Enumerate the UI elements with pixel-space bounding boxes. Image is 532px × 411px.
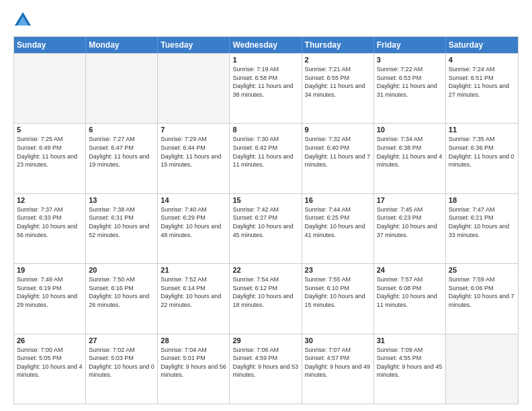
calendar-row-1: 5Sunrise: 7:25 AM Sunset: 6:49 PM Daylig… <box>14 123 518 193</box>
day-info: Sunrise: 7:50 AM Sunset: 6:16 PM Dayligh… <box>89 275 154 309</box>
calendar-cell: 19Sunrise: 7:49 AM Sunset: 6:19 PM Dayli… <box>14 264 86 333</box>
calendar-cell: 5Sunrise: 7:25 AM Sunset: 6:49 PM Daylig… <box>14 124 86 193</box>
day-info: Sunrise: 7:55 AM Sunset: 6:10 PM Dayligh… <box>305 275 371 309</box>
header-cell-tuesday: Tuesday <box>158 37 230 53</box>
calendar-cell: 20Sunrise: 7:50 AM Sunset: 6:16 PM Dayli… <box>86 264 158 333</box>
calendar-cell: 3Sunrise: 7:22 AM Sunset: 6:53 PM Daylig… <box>374 54 446 123</box>
day-number: 12 <box>17 196 83 204</box>
calendar-cell: 26Sunrise: 7:00 AM Sunset: 5:05 PM Dayli… <box>14 334 86 404</box>
day-number: 31 <box>377 336 443 345</box>
day-info: Sunrise: 7:54 AM Sunset: 6:12 PM Dayligh… <box>232 275 298 309</box>
day-number: 16 <box>305 196 371 204</box>
calendar-cell <box>158 54 230 123</box>
header-cell-friday: Friday <box>374 37 446 53</box>
day-info: Sunrise: 7:02 AM Sunset: 5:03 PM Dayligh… <box>89 346 154 379</box>
page-header <box>13 11 519 30</box>
calendar-cell: 7Sunrise: 7:29 AM Sunset: 6:44 PM Daylig… <box>158 124 230 193</box>
calendar-cell: 16Sunrise: 7:44 AM Sunset: 6:25 PM Dayli… <box>302 194 374 263</box>
calendar-cell <box>446 334 518 404</box>
day-info: Sunrise: 7:21 AM Sunset: 6:55 PM Dayligh… <box>305 65 371 99</box>
day-info: Sunrise: 7:44 AM Sunset: 6:25 PM Dayligh… <box>305 205 371 239</box>
day-number: 3 <box>377 56 443 64</box>
day-info: Sunrise: 7:19 AM Sunset: 6:58 PM Dayligh… <box>232 65 298 99</box>
day-info: Sunrise: 7:25 AM Sunset: 6:49 PM Dayligh… <box>17 135 83 169</box>
day-number: 21 <box>161 266 226 274</box>
day-info: Sunrise: 7:35 AM Sunset: 6:36 PM Dayligh… <box>449 135 515 169</box>
day-number: 8 <box>232 126 298 134</box>
calendar: SundayMondayTuesdayWednesdayThursdayFrid… <box>13 36 519 404</box>
day-info: Sunrise: 7:06 AM Sunset: 4:59 PM Dayligh… <box>232 346 298 379</box>
calendar-cell: 2Sunrise: 7:21 AM Sunset: 6:55 PM Daylig… <box>302 54 374 123</box>
day-info: Sunrise: 7:27 AM Sunset: 6:47 PM Dayligh… <box>89 135 154 169</box>
calendar-body: 1Sunrise: 7:19 AM Sunset: 6:58 PM Daylig… <box>14 53 518 404</box>
day-info: Sunrise: 7:07 AM Sunset: 4:57 PM Dayligh… <box>305 346 371 379</box>
calendar-cell: 11Sunrise: 7:35 AM Sunset: 6:36 PM Dayli… <box>446 124 518 193</box>
day-info: Sunrise: 7:22 AM Sunset: 6:53 PM Dayligh… <box>377 65 443 99</box>
day-info: Sunrise: 7:49 AM Sunset: 6:19 PM Dayligh… <box>17 275 83 309</box>
day-number: 5 <box>17 126 83 134</box>
day-info: Sunrise: 7:29 AM Sunset: 6:44 PM Dayligh… <box>161 135 226 169</box>
calendar-row-4: 26Sunrise: 7:00 AM Sunset: 5:05 PM Dayli… <box>14 334 518 404</box>
day-number: 1 <box>232 56 298 64</box>
calendar-cell: 15Sunrise: 7:42 AM Sunset: 6:27 PM Dayli… <box>230 194 302 263</box>
calendar-cell: 10Sunrise: 7:34 AM Sunset: 6:38 PM Dayli… <box>374 124 446 193</box>
day-info: Sunrise: 7:45 AM Sunset: 6:23 PM Dayligh… <box>377 205 443 239</box>
calendar-cell: 28Sunrise: 7:04 AM Sunset: 5:01 PM Dayli… <box>158 334 230 404</box>
calendar-row-3: 19Sunrise: 7:49 AM Sunset: 6:19 PM Dayli… <box>14 263 518 333</box>
calendar-header: SundayMondayTuesdayWednesdayThursdayFrid… <box>14 37 518 53</box>
day-info: Sunrise: 7:38 AM Sunset: 6:31 PM Dayligh… <box>89 205 154 239</box>
day-number: 22 <box>232 266 298 274</box>
calendar-cell: 30Sunrise: 7:07 AM Sunset: 4:57 PM Dayli… <box>302 334 374 404</box>
calendar-cell <box>86 54 158 123</box>
day-number: 30 <box>305 336 371 345</box>
day-info: Sunrise: 7:37 AM Sunset: 6:33 PM Dayligh… <box>17 205 83 239</box>
day-number: 23 <box>305 266 371 274</box>
day-number: 29 <box>232 336 298 345</box>
day-number: 10 <box>377 126 443 134</box>
calendar-cell: 27Sunrise: 7:02 AM Sunset: 5:03 PM Dayli… <box>86 334 158 404</box>
calendar-cell: 1Sunrise: 7:19 AM Sunset: 6:58 PM Daylig… <box>230 54 302 123</box>
calendar-row-2: 12Sunrise: 7:37 AM Sunset: 6:33 PM Dayli… <box>14 193 518 263</box>
day-info: Sunrise: 7:52 AM Sunset: 6:14 PM Dayligh… <box>161 275 226 309</box>
day-info: Sunrise: 7:42 AM Sunset: 6:27 PM Dayligh… <box>232 205 298 239</box>
calendar-cell: 18Sunrise: 7:47 AM Sunset: 6:21 PM Dayli… <box>446 194 518 263</box>
day-number: 14 <box>161 196 226 204</box>
day-number: 28 <box>161 336 226 345</box>
day-info: Sunrise: 7:00 AM Sunset: 5:05 PM Dayligh… <box>17 346 83 379</box>
day-info: Sunrise: 7:32 AM Sunset: 6:40 PM Dayligh… <box>305 135 371 169</box>
day-number: 11 <box>449 126 515 134</box>
header-cell-saturday: Saturday <box>446 37 518 53</box>
header-cell-sunday: Sunday <box>14 37 86 53</box>
calendar-cell: 29Sunrise: 7:06 AM Sunset: 4:59 PM Dayli… <box>230 334 302 404</box>
day-info: Sunrise: 7:47 AM Sunset: 6:21 PM Dayligh… <box>449 205 515 239</box>
logo <box>13 11 35 30</box>
day-number: 2 <box>305 56 371 64</box>
calendar-cell: 13Sunrise: 7:38 AM Sunset: 6:31 PM Dayli… <box>86 194 158 263</box>
calendar-cell: 22Sunrise: 7:54 AM Sunset: 6:12 PM Dayli… <box>230 264 302 333</box>
day-number: 17 <box>377 196 443 204</box>
calendar-cell: 8Sunrise: 7:30 AM Sunset: 6:42 PM Daylig… <box>230 124 302 193</box>
day-number: 27 <box>89 336 154 345</box>
logo-icon <box>13 11 32 30</box>
day-info: Sunrise: 7:34 AM Sunset: 6:38 PM Dayligh… <box>377 135 443 169</box>
calendar-cell: 21Sunrise: 7:52 AM Sunset: 6:14 PM Dayli… <box>158 264 230 333</box>
day-number: 19 <box>17 266 83 274</box>
day-info: Sunrise: 7:09 AM Sunset: 4:55 PM Dayligh… <box>377 346 443 379</box>
day-info: Sunrise: 7:24 AM Sunset: 6:51 PM Dayligh… <box>449 65 515 99</box>
calendar-cell: 31Sunrise: 7:09 AM Sunset: 4:55 PM Dayli… <box>374 334 446 404</box>
day-number: 7 <box>161 126 226 134</box>
calendar-cell: 12Sunrise: 7:37 AM Sunset: 6:33 PM Dayli… <box>14 194 86 263</box>
calendar-cell: 4Sunrise: 7:24 AM Sunset: 6:51 PM Daylig… <box>446 54 518 123</box>
day-info: Sunrise: 7:59 AM Sunset: 6:06 PM Dayligh… <box>449 275 515 309</box>
header-cell-monday: Monday <box>86 37 158 53</box>
calendar-cell: 14Sunrise: 7:40 AM Sunset: 6:29 PM Dayli… <box>158 194 230 263</box>
calendar-cell: 24Sunrise: 7:57 AM Sunset: 6:08 PM Dayli… <box>374 264 446 333</box>
day-number: 13 <box>89 196 154 204</box>
header-cell-wednesday: Wednesday <box>230 37 302 53</box>
calendar-row-0: 1Sunrise: 7:19 AM Sunset: 6:58 PM Daylig… <box>14 53 518 123</box>
day-number: 18 <box>449 196 515 204</box>
calendar-cell: 9Sunrise: 7:32 AM Sunset: 6:40 PM Daylig… <box>302 124 374 193</box>
header-cell-thursday: Thursday <box>302 37 374 53</box>
day-number: 26 <box>17 336 83 345</box>
day-number: 15 <box>232 196 298 204</box>
